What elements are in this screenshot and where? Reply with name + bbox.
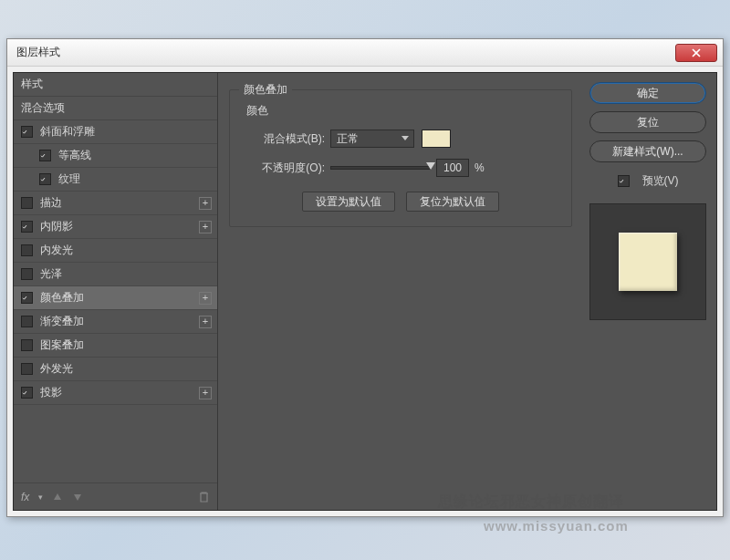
effect-label: 外发光 <box>40 361 73 377</box>
sidebar-header-styles[interactable]: 样式 <box>14 73 217 97</box>
ok-button[interactable]: 确定 <box>589 82 706 104</box>
effect-label: 光泽 <box>40 266 62 282</box>
effect-label: 描边 <box>40 195 62 211</box>
watermark-text: 思缘论坛邪恶女神原创翻译 <box>438 493 624 512</box>
new-style-button[interactable]: 新建样式(W)... <box>589 140 706 162</box>
blend-mode-select[interactable]: 正常 <box>330 130 414 148</box>
effect-checkbox[interactable] <box>21 268 33 280</box>
effect-label: 内阴影 <box>40 219 73 234</box>
slider-thumb-icon[interactable] <box>426 162 435 170</box>
blend-mode-row: 混合模式(B): 正常 <box>243 128 558 150</box>
make-default-button[interactable]: 设置为默认值 <box>302 192 395 212</box>
effect-row-11[interactable]: 投影+ <box>14 381 217 405</box>
sidebar-header-blend[interactable]: 混合选项 <box>14 97 217 120</box>
effect-row-0[interactable]: 斜面和浮雕 <box>14 120 217 144</box>
reset-default-button[interactable]: 复位为默认值 <box>406 192 499 212</box>
opacity-row: 不透明度(O): % <box>243 157 558 179</box>
blend-mode-label: 混合模式(B): <box>243 131 330 147</box>
plus-icon[interactable]: + <box>199 316 212 328</box>
effect-label: 等高线 <box>58 148 91 163</box>
effect-checkbox[interactable] <box>21 316 33 327</box>
effect-label: 投影 <box>40 385 62 400</box>
preview-label: 预览(V) <box>642 173 679 189</box>
arrow-down-icon[interactable] <box>72 492 83 503</box>
watermark-url: www.missyuan.com <box>484 518 629 534</box>
effect-label: 渐变叠加 <box>40 314 84 329</box>
plus-icon[interactable]: + <box>199 221 212 233</box>
preview-toggle-row[interactable]: 预览(V) <box>618 173 679 189</box>
trash-icon[interactable] <box>198 491 210 503</box>
effect-label: 图案叠加 <box>40 337 84 353</box>
effect-row-8[interactable]: 渐变叠加+ <box>14 310 217 334</box>
effect-checkbox[interactable] <box>39 173 51 185</box>
effects-sidebar: 样式 混合选项 斜面和浮雕等高线纹理描边+内阴影+内发光光泽颜色叠加+渐变叠加+… <box>14 73 218 510</box>
arrow-up-icon[interactable] <box>52 492 63 503</box>
layer-style-dialog: 图层样式 样式 混合选项 斜面和浮雕等高线纹理描边+内阴影+内发光光泽颜色叠加+… <box>6 38 724 517</box>
effect-checkbox[interactable] <box>21 363 33 375</box>
titlebar[interactable]: 图层样式 <box>7 39 723 67</box>
opacity-unit: % <box>474 161 485 174</box>
effect-row-3[interactable]: 描边+ <box>14 192 217 215</box>
default-buttons-row: 设置为默认值 复位为默认值 <box>243 192 558 212</box>
effect-label: 斜面和浮雕 <box>40 124 95 140</box>
fx-menu-icon[interactable]: fx <box>21 491 29 503</box>
opacity-label: 不透明度(O): <box>243 161 330 176</box>
effect-row-7[interactable]: 颜色叠加+ <box>14 286 217 310</box>
preview-box <box>589 203 706 320</box>
cancel-button[interactable]: 复位 <box>589 111 706 133</box>
color-overlay-group: 颜色叠加 颜色 混合模式(B): 正常 不透明度(O): % <box>229 89 572 227</box>
chevron-down-icon <box>402 136 409 140</box>
opacity-slider[interactable] <box>330 166 431 170</box>
effect-checkbox[interactable] <box>21 221 33 233</box>
plus-icon[interactable]: + <box>199 197 212 210</box>
effect-checkbox[interactable] <box>21 126 33 138</box>
effect-checkbox[interactable] <box>21 387 33 399</box>
effect-checkbox[interactable] <box>21 339 33 351</box>
dialog-body: 样式 混合选项 斜面和浮雕等高线纹理描边+内阴影+内发光光泽颜色叠加+渐变叠加+… <box>13 72 717 511</box>
effect-row-6[interactable]: 光泽 <box>14 263 217 286</box>
blend-mode-value: 正常 <box>337 131 359 147</box>
effect-row-4[interactable]: 内阴影+ <box>14 215 217 239</box>
close-icon <box>692 48 701 57</box>
effect-checkbox[interactable] <box>21 292 33 304</box>
effect-checkbox[interactable] <box>21 244 33 256</box>
effect-checkbox[interactable] <box>39 150 51 161</box>
window-title: 图层样式 <box>16 45 675 60</box>
effect-checkbox[interactable] <box>21 197 33 209</box>
close-button[interactable] <box>675 44 717 62</box>
effect-label: 内发光 <box>40 243 73 258</box>
color-sublabel: 颜色 <box>246 103 558 119</box>
effect-row-10[interactable]: 外发光 <box>14 358 217 381</box>
effect-row-1[interactable]: 等高线 <box>14 144 217 168</box>
effect-row-2[interactable]: 纹理 <box>14 168 217 192</box>
preview-checkbox[interactable] <box>618 175 630 187</box>
group-title: 颜色叠加 <box>239 82 292 98</box>
sidebar-footer: fx ▾ <box>14 482 217 510</box>
color-swatch[interactable] <box>422 130 451 148</box>
effect-label: 纹理 <box>58 171 80 187</box>
plus-icon[interactable]: + <box>199 292 212 305</box>
action-panel: 确定 复位 新建样式(W)... 预览(V) <box>583 73 716 510</box>
preview-swatch <box>619 233 677 291</box>
plus-icon[interactable]: + <box>199 387 212 399</box>
opacity-input[interactable] <box>436 159 469 177</box>
effect-row-9[interactable]: 图案叠加 <box>14 334 217 358</box>
settings-panel: 颜色叠加 颜色 混合模式(B): 正常 不透明度(O): % <box>218 73 583 510</box>
effect-row-5[interactable]: 内发光 <box>14 239 217 263</box>
effect-label: 颜色叠加 <box>40 290 84 306</box>
